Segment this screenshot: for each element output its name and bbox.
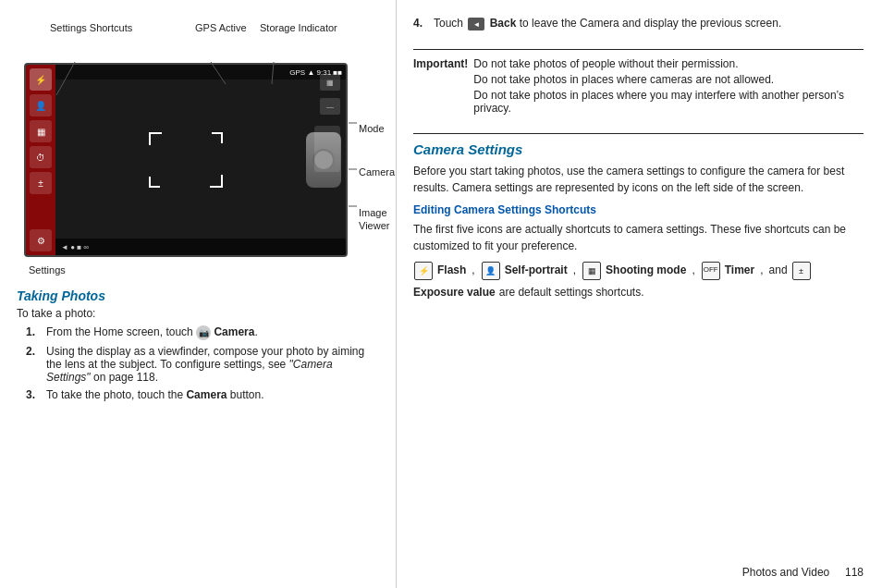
step-2-num: 2.	[26, 345, 41, 384]
step-2: 2. Using the display as a viewfinder, co…	[26, 345, 372, 384]
step-1-num: 1.	[26, 325, 41, 340]
exposure-label: Exposure value	[413, 284, 496, 301]
step-4-num: 4.	[413, 17, 428, 31]
comma-1: ,	[472, 262, 474, 279]
label-settings-shortcuts: Settings Shortcuts	[50, 21, 132, 34]
self-portrait-icon: 👤	[482, 262, 500, 280]
viewfinder-brackets	[149, 132, 223, 188]
cam-icon-flash: ⚡	[30, 68, 52, 91]
are-default-text: are default settings shortcuts.	[499, 284, 644, 301]
timer-icon: OFF	[702, 262, 720, 280]
step-4-text: Touch Back to leave the Camera and displ…	[434, 17, 781, 31]
left-column: Settings Shortcuts GPS Active Storage In…	[0, 0, 388, 588]
cam-image-viewer-thumb	[314, 126, 340, 172]
comma-2: ,	[573, 262, 576, 279]
step-3: 3. To take the photo, touch the Camera b…	[26, 388, 372, 401]
label-gps-active: GPS Active	[195, 21, 247, 34]
label-image-viewer: Image Viewer	[359, 206, 389, 233]
camera-statusbar: GPS ▲ 9:31 ■■	[55, 65, 346, 80]
cam-icon-settings: ⚙	[30, 229, 52, 251]
self-portrait-label: Self-portrait	[505, 262, 568, 279]
right-column: 4. Touch Back to leave the Camera and di…	[404, 0, 882, 588]
label-camera: Camera	[359, 166, 395, 178]
label-mode: Mode	[359, 123, 385, 134]
cam-icon-exposure: ±	[30, 172, 52, 194]
important-section: Important! Do not take photos of people …	[413, 57, 864, 115]
editing-shortcuts-text: The first five icons are actually shortc…	[413, 221, 864, 254]
shortcuts-row: ⚡ Flash, 👤 Self-portrait, ▦ Shooting mod…	[413, 262, 864, 301]
step-4: 4. Touch Back to leave the Camera and di…	[413, 17, 864, 31]
label-settings-below: Settings	[29, 264, 372, 276]
camera-diagram-container: Settings Shortcuts GPS Active Storage In…	[24, 63, 372, 276]
taking-photos-title: Taking Photos	[17, 288, 372, 303]
shooting-mode-label: Shooting mode	[606, 262, 686, 279]
comma-4: ,	[760, 262, 763, 279]
comma-3: ,	[692, 262, 694, 279]
label-storage-indicator: Storage Indicator	[260, 21, 337, 34]
camera-sidebar-icons: ⚡ 👤 ▦ ⏱ ± ⚙	[26, 65, 55, 255]
important-lines: Do not take photos of people without the…	[473, 57, 864, 115]
camera-settings-intro: Before you start taking photos, use the …	[413, 163, 864, 196]
camera-screen: GPS ▲ 9:31 ■■ ⚡ 👤 ▦ ⏱ ± ⚙	[24, 63, 348, 257]
cam-right-icon-1: ▦	[320, 74, 340, 91]
flash-icon: ⚡	[414, 262, 433, 280]
flash-label: Flash	[437, 262, 466, 279]
step-1-text: From the Home screen, touch 📷 Camera.	[46, 325, 258, 340]
editing-shortcuts-title: Editing Camera Settings Shortcuts	[413, 203, 864, 216]
step-2-text: Using the display as a viewfinder, compo…	[46, 345, 372, 384]
cam-icon-timer: ⏱	[30, 146, 52, 168]
footer-page: 118	[845, 566, 864, 579]
middle-divider	[413, 133, 864, 134]
cam-icon-portrait: 👤	[30, 94, 52, 116]
camera-home-icon: 📷	[196, 325, 211, 340]
taking-photos-intro: To take a photo:	[17, 307, 372, 320]
camera-right-icons: ▦ —	[314, 74, 340, 172]
page-footer: Photos and Video 118	[413, 558, 864, 579]
important-line-2: Do not take photos in places where camer…	[473, 73, 864, 86]
shooting-mode-icon: ▦	[582, 262, 601, 280]
camera-bottombar: ◄ ● ■ ∞	[55, 239, 346, 255]
important-label: Important!	[413, 57, 468, 115]
cam-icon-mode: ▦	[30, 120, 52, 142]
timer-label: Timer	[725, 262, 754, 279]
important-line-1: Do not take photos of people without the…	[473, 57, 864, 70]
cam-right-icon-2: —	[320, 98, 340, 115]
exposure-icon: ±	[792, 262, 811, 280]
taking-photos-section: Taking Photos To take a photo: 1. From t…	[17, 288, 372, 401]
bottombar-text: ◄ ● ■ ∞	[61, 243, 89, 251]
camera-settings-section: Camera Settings Before you start taking …	[413, 141, 864, 558]
camera-settings-title: Camera Settings	[413, 141, 864, 157]
steps-list: 1. From the Home screen, touch 📷 Camera.…	[17, 325, 372, 401]
footer-text: Photos and Video	[742, 566, 830, 579]
column-divider	[396, 0, 397, 588]
top-divider	[413, 49, 864, 50]
back-icon	[468, 18, 484, 31]
step-1: 1. From the Home screen, touch 📷 Camera.	[26, 325, 372, 340]
step-3-num: 3.	[26, 388, 41, 401]
and-text: and	[769, 262, 788, 279]
step-3-text: To take the photo, touch the Camera butt…	[46, 388, 264, 401]
important-line-3: Do not take photos in places where you m…	[473, 89, 864, 115]
